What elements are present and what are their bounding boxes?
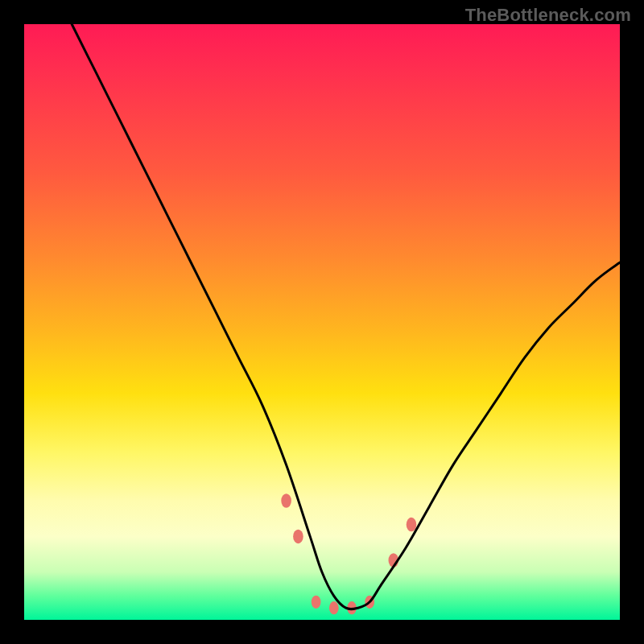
- marker-left-upper: [281, 493, 291, 508]
- bottleneck-curve: [72, 24, 620, 609]
- marker-bottom-1: [312, 596, 321, 609]
- marker-bottom-2: [329, 601, 339, 614]
- chart-plot-area: [24, 24, 620, 620]
- watermark-text: TheBottleneck.com: [465, 5, 631, 26]
- chart-frame: TheBottleneck.com: [0, 0, 644, 644]
- marker-right-upper: [407, 518, 417, 532]
- chart-svg: [24, 24, 620, 620]
- marker-left-lower: [293, 530, 303, 544]
